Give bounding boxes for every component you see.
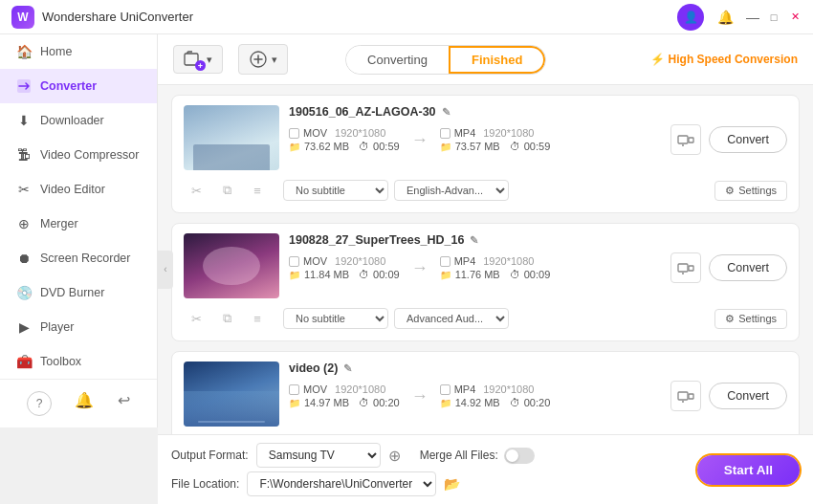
convert-button-3[interactable]: Convert [709, 383, 787, 409]
file-formats-1: MOV1920*1080 📁73.62 MB⏱00:59 → MP41920*1… [289, 124, 787, 155]
sidebar-item-downloader[interactable]: ⬇ Downloader [0, 103, 157, 138]
minimize-button[interactable]: — [746, 11, 759, 24]
file-formats-2: MOV1920*1080 📁11.84 MB⏱00:09 → MP41920*1… [289, 252, 787, 283]
tabs-group: Converting Finished [345, 45, 546, 75]
start-all-button[interactable]: Start All [697, 455, 800, 485]
settings-button-1[interactable]: ⚙ Settings [714, 181, 787, 201]
copy-icon-1[interactable]: ⧉ [214, 178, 239, 203]
add-files-label: ▾ [207, 54, 212, 66]
edit-name-icon-2[interactable]: ✎ [470, 234, 478, 247]
device-select-2[interactable] [670, 252, 701, 283]
editor-icon: ✂ [15, 181, 33, 198]
file-info-3: video (2) ✎ MOV1920*1080 📁14.97 MB⏱00:20… [289, 362, 787, 411]
sidebar-item-converter[interactable]: Converter [0, 69, 157, 103]
close-button[interactable]: ✕ [788, 11, 802, 24]
tab-converting[interactable]: Converting [346, 46, 449, 74]
title-bar: W Wondershare UniConverter 👤 🔔 — □ ✕ [0, 0, 813, 34]
merge-toggle-switch[interactable] [504, 448, 535, 464]
output-format-icon[interactable]: ⊕ [388, 447, 401, 465]
bell-icon[interactable]: 🔔 [712, 4, 738, 31]
file-actions-row-2: ✂ ⧉ ≡ No subtitle Advanced Aud... ⚙ Sett… [184, 306, 787, 331]
file-location-row: File Location: F:\Wondershare\UniConvert… [171, 471, 686, 496]
svg-point-5 [682, 144, 684, 146]
copy-icon-2[interactable]: ⧉ [214, 306, 239, 331]
file-card-2: 190828_27_SuperTrees_HD_16 ✎ MOV1920*108… [171, 223, 800, 341]
window-controls: 👤 🔔 — □ ✕ [677, 4, 802, 31]
settings-gear-icon-1: ⚙ [725, 185, 735, 197]
sidebar-collapse-button[interactable]: ‹ [158, 251, 173, 289]
help-icon[interactable]: ? [27, 391, 52, 416]
main-layout: 🏠 Home Converter ⬇ Downloader 🗜 Video Co… [0, 34, 813, 504]
sidebar-item-video-editor[interactable]: ✂ Video Editor [0, 172, 157, 207]
add-files-button[interactable]: + ▾ [173, 45, 223, 74]
svg-point-11 [682, 401, 684, 403]
sidebar-bottom: ? 🔔 ↩ [0, 379, 157, 427]
audio-select-2[interactable]: Advanced Aud... [394, 308, 509, 329]
high-speed-conversion[interactable]: ⚡ High Speed Conversion [650, 53, 798, 66]
list-icon-1[interactable]: ≡ [245, 178, 270, 203]
dest-format-3: MP41920*1080 📁14.92 MB⏱00:20 [440, 383, 551, 408]
feedback-icon[interactable]: ↩ [118, 391, 130, 416]
source-format-3: MOV1920*1080 📁14.97 MB⏱00:20 [289, 383, 400, 408]
app-title: Wondershare UniConverter [42, 10, 677, 24]
settings-gear-icon-2: ⚙ [725, 313, 735, 325]
tab-finished[interactable]: Finished [449, 46, 545, 74]
sidebar-wrapper: 🏠 Home Converter ⬇ Downloader 🗜 Video Co… [0, 34, 158, 504]
add-more-icon [249, 50, 268, 69]
merger-icon: ⊕ [15, 215, 33, 232]
file-thumb-1 [184, 105, 279, 170]
list-icon-2[interactable]: ≡ [245, 306, 270, 331]
downloader-icon: ⬇ [15, 112, 33, 129]
subtitle-select-2[interactable]: No subtitle [283, 308, 388, 329]
scissors-icon-1[interactable]: ✂ [184, 178, 209, 203]
file-formats-3: MOV1920*1080 📁14.97 MB⏱00:20 → MP41920*1… [289, 381, 787, 411]
scissors-icon-2[interactable]: ✂ [184, 306, 209, 331]
edit-name-icon-3[interactable]: ✎ [343, 362, 352, 375]
maximize-button[interactable]: □ [767, 11, 780, 24]
convert-button-1[interactable]: Convert [709, 126, 787, 153]
add-more-button[interactable]: ▾ [238, 44, 288, 75]
subtitle-select-1[interactable]: No subtitle [283, 180, 388, 201]
toggle-knob [506, 449, 518, 462]
arrow-right-3: → [400, 386, 440, 406]
folder-open-icon[interactable]: 📂 [444, 476, 460, 492]
file-info-2: 190828_27_SuperTrees_HD_16 ✎ MOV1920*108… [289, 233, 787, 283]
device-select-1[interactable] [670, 124, 701, 155]
top-bar: + ▾ ▾ Converting Finished ⚡ High [158, 34, 813, 85]
svg-rect-6 [678, 264, 688, 272]
dest-format-1: MP41920*1080 📁73.57 MB⏱00:59 [440, 127, 551, 152]
sidebar-item-screen-recorder[interactable]: ⏺ Screen Recorder [0, 241, 157, 275]
merge-label: Merge All Files: [420, 449, 498, 462]
add-files-icon: + [184, 51, 203, 68]
sidebar-item-merger[interactable]: ⊕ Merger [0, 207, 157, 241]
user-icon[interactable]: 👤 [677, 4, 704, 31]
file-card-3: video (2) ✎ MOV1920*1080 📁14.97 MB⏱00:20… [171, 351, 800, 434]
file-location-label: File Location: [171, 477, 239, 491]
audio-select-1[interactable]: English-Advan... [394, 180, 509, 201]
sidebar-item-toolbox[interactable]: 🧰 Toolbox [0, 344, 157, 379]
file-actions-row-1: ✂ ⧉ ≡ No subtitle English-Advan... ⚙ Set… [184, 178, 787, 203]
compressor-icon: 🗜 [15, 146, 33, 164]
bolt-icon: ⚡ [650, 53, 665, 66]
output-format-select[interactable]: Samsung TV [256, 443, 381, 468]
file-name-row-3: video (2) ✎ [289, 362, 787, 375]
device-select-3[interactable] [670, 381, 701, 411]
sidebar: 🏠 Home Converter ⬇ Downloader 🗜 Video Co… [0, 34, 158, 427]
svg-rect-10 [689, 394, 693, 399]
sidebar-item-home[interactable]: 🏠 Home [0, 34, 157, 69]
svg-rect-7 [689, 266, 693, 271]
notification-icon[interactable]: 🔔 [75, 391, 94, 416]
sidebar-item-video-compressor[interactable]: 🗜 Video Compressor [0, 138, 157, 172]
sidebar-item-player[interactable]: ▶ Player [0, 310, 157, 344]
sidebar-item-dvd-burner[interactable]: 💿 DVD Burner [0, 275, 157, 310]
convert-button-2[interactable]: Convert [709, 254, 787, 281]
bottom-left: Output Format: Samsung TV ⊕ Merge All Fi… [171, 443, 686, 496]
dvd-icon: 💿 [15, 284, 33, 301]
file-location-select[interactable]: F:\Wondershare\UniConverter [247, 471, 436, 496]
settings-button-2[interactable]: ⚙ Settings [714, 309, 787, 329]
edit-name-icon-1[interactable]: ✎ [442, 106, 450, 119]
toolbox-icon: 🧰 [15, 353, 33, 370]
file-name-row-1: 190516_06_AZ-LAGOA-30 ✎ [289, 105, 787, 119]
arrow-right-1: → [400, 130, 440, 150]
file-top-2: 190828_27_SuperTrees_HD_16 ✎ MOV1920*108… [184, 233, 787, 298]
